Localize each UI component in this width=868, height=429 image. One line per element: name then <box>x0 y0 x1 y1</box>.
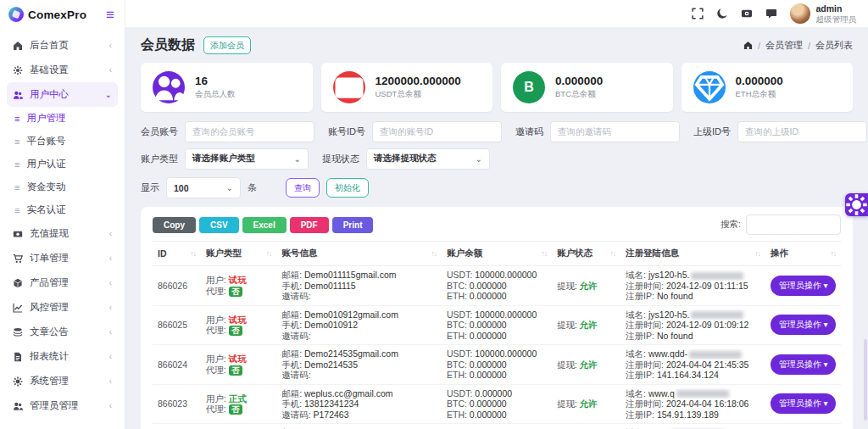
filter-input[interactable] <box>372 121 502 142</box>
sidebar-subitem[interactable]: ≡ 资金变动 <box>7 176 118 198</box>
stat-card: 1200000.000000 USDT总余额 <box>321 63 493 112</box>
column-header[interactable]: 操作 ↑↓ <box>765 242 841 266</box>
breadcrumb-item[interactable]: / 会员管理 <box>758 39 803 52</box>
fullscreen-icon[interactable] <box>692 8 704 20</box>
vertical-scrollbar[interactable] <box>864 339 867 421</box>
cell-balance: USDT: 100000.000000 BTC: 0.000000 ETH: 0… <box>442 305 552 345</box>
column-header[interactable]: 账号信息 ↑↓ <box>276 242 442 266</box>
filter-select[interactable]: 请选择提现状态 ⌄ <box>366 148 490 170</box>
users-icon <box>13 90 23 100</box>
cell-id: 866026 <box>153 266 201 306</box>
cell-account-type: 用户: 试玩 代理: 否 <box>201 424 276 429</box>
topbar: admin 超级管理员 <box>125 0 868 28</box>
column-header[interactable]: 账户状态 ↑↓ <box>552 242 620 266</box>
sidebar-subitem[interactable]: ≡ 用户管理 <box>7 107 118 130</box>
sidebar-item-label: 订单管理 <box>30 252 69 265</box>
hamburger-icon[interactable]: ≡ <box>106 8 114 22</box>
filter-input[interactable] <box>185 121 314 142</box>
sort-icon[interactable]: ↑↓ <box>431 249 437 258</box>
admin-action-button[interactable]: 管理员操作 ▾ <box>771 276 837 296</box>
filter-input[interactable] <box>737 121 867 142</box>
cell-status: 提现: 允许 <box>552 305 620 345</box>
sidebar-item[interactable]: 后台首页 ‹ <box>7 33 118 58</box>
stat-card: 16 会员总人数 <box>141 63 313 112</box>
sidebar: ComexPro ≡ 后台首页 ‹ 基础设置 ‹ 用户中心 ⌄ <box>0 0 125 429</box>
caret-down-icon: ▾ <box>823 320 827 329</box>
sort-icon[interactable]: ↑↓ <box>541 249 547 258</box>
btc-value: 0.000000 <box>470 281 507 291</box>
sidebar-item[interactable]: 产品管理 ‹ <box>7 270 118 295</box>
settings-fab[interactable] <box>845 193 868 216</box>
agent-badge: 否 <box>229 365 243 376</box>
sidebar-item[interactable]: 基础设置 ‹ <box>7 58 118 82</box>
filter-field: 提现状态 请选择提现状态 ⌄ <box>322 148 490 170</box>
export-button[interactable]: Copy <box>153 217 196 233</box>
domain-value: jys120-h5. <box>648 270 689 280</box>
sort-icon[interactable]: ↑↓ <box>754 249 760 258</box>
avatar[interactable] <box>790 3 810 24</box>
search-input[interactable] <box>746 214 841 235</box>
reset-button[interactable]: 初始化 <box>326 178 369 198</box>
cell-id: 866022 <box>153 424 201 429</box>
app-logo[interactable]: ComexPro <box>8 7 86 22</box>
export-button[interactable]: Excel <box>242 217 287 233</box>
sidebar-subitem[interactable]: ≡ 平台账号 <box>7 130 118 153</box>
sort-icon[interactable]: ↑↓ <box>190 249 196 258</box>
home-icon[interactable] <box>743 41 753 50</box>
admin-action-button[interactable]: 管理员操作 ▾ <box>771 315 837 335</box>
cell-account-type: 用户: 试玩 代理: 否 <box>201 305 276 345</box>
register-time-value: 2024-12-09 01:11:15 <box>666 281 748 291</box>
chevron-down-icon: ⌄ <box>294 154 301 164</box>
list-icon: ≡ <box>14 182 19 192</box>
user-menu[interactable]: admin 超级管理员 <box>790 3 857 25</box>
sidebar-item[interactable]: 风控管理 ‹ <box>7 295 118 320</box>
sidebar-menu: 后台首页 ‹ 基础设置 ‹ 用户中心 ⌄ ≡ 用户管理 ≡ 平台账号 <box>0 29 125 422</box>
sidebar-item[interactable]: 管理员管理 ‹ <box>7 393 118 418</box>
sidebar-item[interactable]: 报表统计 ‹ <box>7 344 118 369</box>
cell-register-info: 域名: www.qdd- 注册时间: 2024-04-04 21:45:35 注… <box>620 345 765 385</box>
sort-icon[interactable]: ↑↓ <box>266 249 272 258</box>
phone-value: 13812341234 <box>304 398 359 409</box>
query-button[interactable]: 查询 <box>286 178 320 198</box>
column-header[interactable]: ID ↑↓ <box>153 242 201 266</box>
add-member-button[interactable]: 添加会员 <box>203 36 251 54</box>
cube-icon <box>13 278 23 288</box>
export-button[interactable]: CSV <box>199 217 239 233</box>
sidebar-subitem-label: 用户认证 <box>26 158 65 170</box>
chevron-down-icon: ⌄ <box>476 154 482 164</box>
breadcrumb-item[interactable]: / 会员列表 <box>808 39 853 52</box>
sidebar-item[interactable]: 文章公告 ‹ <box>7 320 118 344</box>
pagesize-select[interactable]: 100 ⌄ <box>166 177 241 198</box>
sidebar-item-label: 系统管理 <box>30 375 69 387</box>
sidebar-item-user-center[interactable]: 用户中心 ⌄ <box>7 82 118 107</box>
camera-icon[interactable] <box>741 8 753 20</box>
sidebar-item[interactable]: 系统管理 ‹ <box>7 369 118 393</box>
sidebar-item-label: 管理员管理 <box>30 399 79 412</box>
moon-icon[interactable] <box>716 8 728 20</box>
sidebar-subitem[interactable]: ≡ 用户认证 <box>7 153 118 176</box>
register-time-value: 2024-12-09 01:09:12 <box>666 320 749 330</box>
cell-account-type: 用户: 正式 代理: 否 <box>201 384 276 424</box>
sidebar-subitem[interactable]: ≡ 实名认证 <box>7 198 118 221</box>
column-header[interactable]: 账户类型 ↑↓ <box>201 242 276 266</box>
export-button[interactable]: PDF <box>290 217 329 233</box>
export-button[interactable]: Print <box>332 217 374 233</box>
wallet-icon <box>333 71 365 103</box>
sort-icon[interactable]: ↑↓ <box>831 249 837 258</box>
chat-icon[interactable] <box>765 8 777 20</box>
sidebar-item-label: 后台首页 <box>30 39 69 52</box>
filter-input[interactable] <box>550 121 680 142</box>
filter-select[interactable]: 请选择账户类型 ⌄ <box>185 148 309 170</box>
caret-down-icon: ▾ <box>823 398 827 408</box>
search-label: 搜索: <box>721 219 741 231</box>
sort-icon[interactable]: ↑↓ <box>610 249 616 258</box>
sidebar-item[interactable]: 订单管理 ‹ <box>7 246 118 270</box>
admin-action-button[interactable]: 管理员操作 ▾ <box>771 354 837 375</box>
column-header[interactable]: 账户余额 ↑↓ <box>442 242 552 266</box>
column-header[interactable]: 注册登陆信息 ↑↓ <box>620 242 765 266</box>
sidebar-item[interactable]: 充值提现 ‹ <box>7 221 118 246</box>
breadcrumb-label: 会员管理 <box>765 39 803 52</box>
admin-action-button[interactable]: 管理员操作 ▾ <box>771 393 837 414</box>
cell-id: 866024 <box>153 345 201 385</box>
btc-value: 0.000000 <box>470 398 507 409</box>
